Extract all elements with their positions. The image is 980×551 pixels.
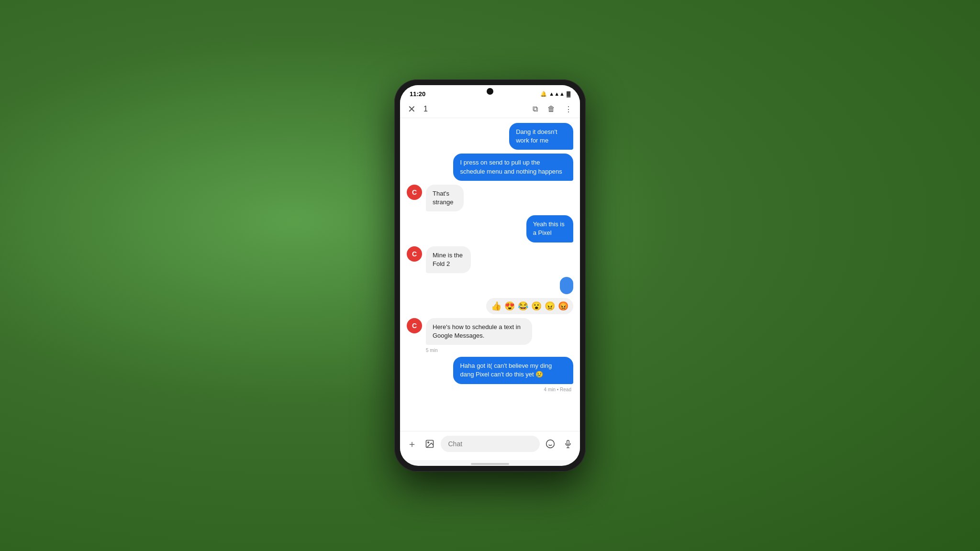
chat-area: Dang it doesn't work for me I press on s…: [400, 118, 580, 431]
contact-avatar: C: [407, 185, 422, 200]
partial-message-bubble[interactable]: [560, 277, 573, 294]
battery-icon: ▓: [567, 91, 570, 97]
message-row: Dang it doesn't work for me: [407, 123, 573, 150]
laugh-emoji[interactable]: 😂: [518, 301, 528, 311]
sent-group: [560, 277, 573, 294]
phone-container: 11:20 🔔 ▲▲▲ ▓ ✕ 1 ⧉ 🗑 ⋮: [394, 79, 586, 472]
contact-avatar: C: [407, 318, 422, 333]
message-row: Haha got it( can't believe my ding dang …: [407, 357, 573, 392]
status-icons: 🔔 ▲▲▲ ▓: [540, 91, 570, 97]
sent-group: Dang it doesn't work for me: [484, 123, 573, 150]
signal-icon: ▲▲▲: [549, 91, 565, 97]
message-bubble[interactable]: Here's how to schedule a text in Google …: [426, 318, 532, 345]
angry-emoji[interactable]: 😠: [545, 301, 555, 311]
message-text: Dang it doesn't work for me: [516, 128, 557, 144]
message-row: C That's strange: [407, 185, 573, 211]
delete-icon[interactable]: 🗑: [547, 105, 555, 113]
received-group: Mine is the Fold 2: [426, 246, 489, 273]
contact-avatar: C: [407, 246, 422, 262]
message-text: Here's how to schedule a text in Google …: [433, 323, 521, 339]
message-text: Mine is the Fold 2: [433, 252, 463, 267]
emoji-reactions-row: 👍 😍 😂 😮 😠 😡: [407, 298, 573, 314]
heart-eyes-emoji[interactable]: 😍: [504, 301, 515, 311]
close-button[interactable]: ✕: [408, 103, 416, 115]
chat-input[interactable]: [441, 436, 540, 452]
message-timestamp: 4 min • Read: [544, 387, 573, 392]
message-row: [407, 277, 573, 294]
sent-group: Yeah this is a Pixel: [508, 215, 573, 242]
punch-hole-camera: [487, 88, 493, 95]
message-bubble[interactable]: That's strange: [426, 185, 464, 211]
message-text: Haha got it( can't believe my ding dang …: [460, 362, 552, 378]
received-group: Here's how to schedule a text in Google …: [426, 318, 573, 353]
message-text: That's strange: [433, 190, 453, 206]
svg-rect-5: [567, 441, 569, 445]
add-button[interactable]: ＋: [405, 435, 419, 452]
thumbsup-emoji[interactable]: 👍: [491, 301, 501, 311]
message-timestamp: 5 min: [426, 348, 439, 353]
message-row: C Mine is the Fold 2: [407, 246, 573, 273]
sent-group: Haha got it( can't believe my ding dang …: [407, 357, 573, 392]
message-row: I press on send to pull up the schedule …: [407, 154, 573, 180]
message-bubble[interactable]: Mine is the Fold 2: [426, 246, 471, 273]
more-options-icon[interactable]: ⋮: [565, 105, 572, 114]
message-text: Yeah this is a Pixel: [533, 220, 565, 236]
message-bubble[interactable]: Dang it doesn't work for me: [509, 123, 573, 150]
action-icons: ⧉ 🗑 ⋮: [533, 105, 572, 114]
message-row: Yeah this is a Pixel: [407, 215, 573, 242]
message-text: I press on send to pull up the schedule …: [460, 159, 562, 175]
svg-point-2: [546, 440, 555, 448]
message-bubble[interactable]: I press on send to pull up the schedule …: [453, 154, 573, 180]
message-bubble[interactable]: Haha got it( can't believe my ding dang …: [453, 357, 573, 384]
selection-count: 1: [423, 105, 525, 113]
phone-screen: 11:20 🔔 ▲▲▲ ▓ ✕ 1 ⧉ 🗑 ⋮: [400, 85, 580, 466]
message-bubble[interactable]: Yeah this is a Pixel: [526, 215, 573, 242]
action-bar: ✕ 1 ⧉ 🗑 ⋮: [400, 100, 580, 118]
sent-group: I press on send to pull up the schedule …: [407, 154, 573, 180]
status-time: 11:20: [410, 90, 425, 98]
vibrate-icon: 🔔: [540, 91, 547, 97]
input-bar: ＋: [400, 431, 580, 460]
emoji-button[interactable]: [544, 435, 557, 452]
voice-button[interactable]: [561, 435, 575, 452]
wow-emoji[interactable]: 😮: [531, 301, 542, 311]
very-angry-emoji[interactable]: 😡: [558, 301, 568, 311]
copy-icon[interactable]: ⧉: [533, 105, 538, 113]
received-group: That's strange: [426, 185, 479, 211]
phone-body: 11:20 🔔 ▲▲▲ ▓ ✕ 1 ⧉ 🗑 ⋮: [394, 79, 586, 472]
svg-point-1: [428, 442, 429, 443]
image-button[interactable]: [423, 435, 436, 452]
emoji-reactions[interactable]: 👍 😍 😂 😮 😠 😡: [486, 298, 573, 314]
message-row: C Here's how to schedule a text in Googl…: [407, 318, 573, 353]
home-indicator: [471, 463, 509, 465]
